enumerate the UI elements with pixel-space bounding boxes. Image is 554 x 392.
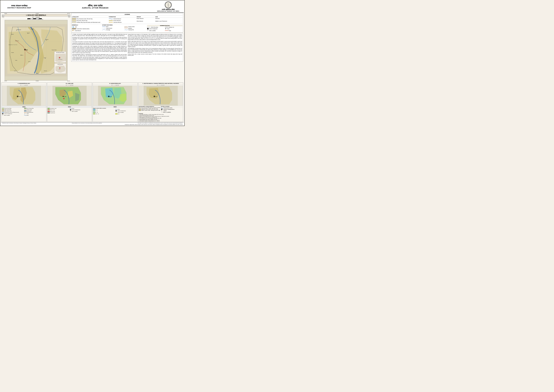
header-right: GSI भारतीय सर्वेक्षण भारतीय भूवैज्ञानिक …	[154, 1, 183, 12]
svg-text:District: District	[59, 69, 60, 70]
index-older-alluvial: Older Alluvial Plain	[2, 110, 24, 112]
svg-text:Index Map (Uttar Pradesh): Index Map (Uttar Pradesh)	[56, 52, 64, 53]
geohydrology-index: INDEX Depth to water table (in meters) 1…	[93, 106, 137, 114]
index-older-flood-geotech: Older Flood Plain, sandy silt and clay	[139, 110, 160, 111]
label-depth-8-10: 8 - 10	[96, 112, 98, 113]
swatch-depth-1-4	[93, 109, 95, 110]
label-pleistocene: Middle to Late Pleistocene	[155, 21, 167, 22]
label-older-alluvial: Older Alluvial Plain	[5, 111, 12, 112]
svg-text:Saifai: Saifai	[15, 60, 17, 61]
label-swamps: Swamps/Tal	[128, 29, 134, 30]
geomorphology-box: II. GEOMORPHOLOGY R.F. :: 1 : 1,000,000 …	[1, 82, 47, 122]
index-dist-hq-gh: • District Headquarters	[115, 110, 137, 112]
svg-text:0: 0	[28, 19, 28, 20]
main-map-svg: Chhibramau Kannauj Kanhai Kannauj Etawah…	[5, 20, 67, 80]
svg-text:5: 5	[33, 19, 33, 20]
label-holocene: Holocene	[155, 18, 159, 19]
label-other-localities: Other Localities	[149, 30, 156, 31]
age-item-1: Holocene	[155, 18, 182, 19]
swatch-barren	[48, 109, 50, 110]
database-refs: 1. Uttar Pradesh State Map on 1:50,000, …	[139, 114, 183, 121]
mineral-item-fish: 🐟 Fish	[72, 26, 102, 28]
landuse-index-title: INDEX	[48, 106, 92, 108]
geotech-col-bearing: Bearing Capacity/ Foundation	[150, 107, 160, 108]
label-tehsil-gt: · Tehsil	[163, 110, 166, 112]
svg-point-89	[70, 111, 71, 112]
geomorphology-visual: Auraiya	[2, 86, 46, 106]
label-terrace-scarp-idx: Terrace Scarp	[27, 109, 32, 110]
label-depth-12: >12	[118, 113, 119, 114]
lithology-header: LITHOLOGY	[72, 16, 108, 18]
text-para4: Geologically, the district is covered wi…	[72, 46, 127, 54]
label-district-boundary: District Boundary	[151, 27, 158, 28]
label-river-gh: River	[118, 109, 120, 110]
svg-point-72	[148, 30, 148, 31]
label-district-hq: District Headquarter	[149, 28, 158, 29]
header-center: औरैया, उत्तर प्रदेश AURAIYA, UTTAR PRADE…	[37, 4, 154, 9]
swatch-abandoned	[2, 112, 4, 113]
svg-rect-50	[59, 57, 60, 58]
text-col-right: Auraiya District was created on 17th Sep…	[128, 34, 182, 61]
label-river: River	[106, 26, 108, 27]
label-empty	[137, 19, 137, 20]
admin-items: District Boundary Railway Line District …	[147, 27, 182, 31]
svg-point-41	[21, 55, 21, 56]
swatch-forest	[48, 112, 50, 113]
swatch-qam2	[72, 20, 76, 21]
main-map-container: Chhibramau Kannauj Kanhai Kannauj Etawah…	[5, 20, 68, 81]
coord-right-mid: 26°30'0"	[69, 14, 69, 80]
geotech-char-header: GEOTECHNICAL CHARACTERISTICS	[139, 106, 160, 107]
coord-bot-left: 79°0'0"	[4, 81, 7, 81]
legend-other-features-col: OTHER FEATURES River Terrace Scarp	[102, 24, 146, 32]
index-depth-12: >12	[115, 113, 137, 114]
scale-rf: R.F. :: 1:250,000	[5, 17, 68, 18]
index-agri: Agriculture Land	[48, 108, 69, 109]
label-other-loc-geo: Other Localities	[4, 115, 10, 116]
header-left: जनपद संसाधन मानचित्र DISTRICT RESOURCE M…	[2, 5, 37, 9]
geohydrology-index-items: 1 - 4 River 4 - 8 • District Headquarter…	[93, 109, 137, 114]
geotechnical-box: V. GEOTECHNICAL CHARACTERISTICS AND NATU…	[138, 82, 183, 122]
swatch-older-flood	[2, 109, 4, 110]
coord-bot-mid: 79°30'0"	[36, 81, 39, 81]
legend-item-qam2: Grey sand, Silt and Clay	[72, 20, 108, 21]
left-title-hindi: जनपद संसाधन मानचित्र	[11, 5, 28, 7]
geomorphology-index-title: INDEX	[2, 106, 46, 108]
geotech-col-perm: Permeability	[145, 107, 150, 108]
legend-item-qam1: Grey micaceous sand, Silt and Clay	[72, 18, 108, 20]
svg-point-42	[46, 40, 47, 40]
label-tehsil: Tehsil	[167, 28, 170, 29]
swatch-upland	[139, 108, 141, 110]
svg-rect-46	[59, 67, 60, 68]
geohydrology-box: IV. GEOHYDROLOGY R.F. :: 1 : 1,000,000 A…	[93, 82, 138, 122]
text-col-left: 17 सितम्बर, 1997 को इटावा से अलीगढ़ और ब…	[72, 34, 127, 61]
svg-text:Auraiya: Auraiya	[18, 96, 21, 97]
admin-district-hq: District Headquarter	[147, 28, 165, 30]
swatch-depth-8-10	[93, 112, 95, 113]
label-depth-10-12: >10 - 12	[96, 113, 99, 114]
mineral-item-sand: Sand Mound	[72, 30, 102, 31]
label-builtup: Built up area	[50, 111, 55, 112]
legend-admin-col: ADMINISTRATIVE District Boundary Railway…	[147, 25, 182, 32]
formation-item-2: Terrace Alluvium	[109, 20, 136, 21]
label-dist-hq-gh: • District Headquarters	[117, 110, 126, 111]
label-channel: Channel Alluvium	[113, 18, 121, 19]
left-map-section: 79°0'0" 79°30'0" 80°0'0" 27°0'0" 26°30'0…	[1, 13, 71, 82]
label-flood-prone: Flood prone area	[163, 107, 172, 109]
org-title-english: GEOLOGICAL SURVEY OF INDIA	[157, 10, 180, 12]
svg-point-94	[116, 110, 117, 111]
admin-other: Other Localities	[147, 30, 165, 31]
label-active-flood: Active Flood Plain	[5, 108, 11, 109]
svg-point-103	[161, 110, 162, 111]
admin-district-boundary: District Boundary	[147, 27, 165, 28]
footer: Published under the direction of the Dir…	[1, 122, 184, 124]
label-empty2	[155, 19, 156, 20]
formation-item-3: Yamunan Alluvium	[109, 21, 136, 23]
legend-box: LEGEND LITHOLOGY Grey micaceous sand, Si…	[71, 13, 183, 33]
svg-rect-6	[33, 18, 36, 19]
svg-text:UTTAR PRADESH: UTTAR PRADESH	[58, 59, 62, 60]
swatch-active-flood	[2, 108, 4, 109]
label-other-gt: Other Localities	[163, 112, 171, 113]
index-older-flood: Older Flood Plain	[2, 109, 24, 110]
text-para2: According to 2011 Census, the district h…	[72, 37, 127, 41]
index-depth-10-12: >10 - 12	[93, 113, 115, 114]
